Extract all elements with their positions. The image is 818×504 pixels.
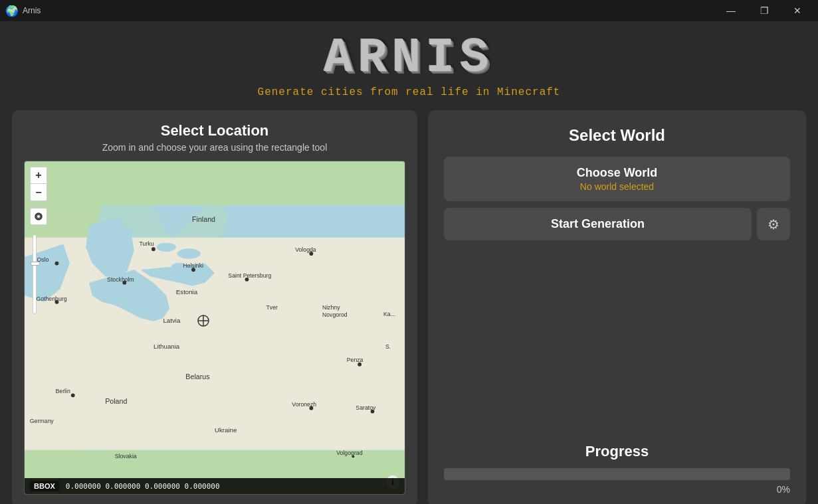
bbox-label: BBOX xyxy=(30,481,59,491)
no-world-selected-label: No world selected xyxy=(457,181,777,192)
left-panel: Select Location Zoom in and choose your … xyxy=(12,110,417,504)
svg-text:Lithuania: Lithuania xyxy=(153,343,180,350)
select-location-title: Select Location xyxy=(24,122,405,139)
svg-text:Gothenburg: Gothenburg xyxy=(36,295,66,302)
start-generation-row: Start Generation ⚙ xyxy=(444,208,790,240)
svg-text:Belarus: Belarus xyxy=(185,373,209,380)
svg-text:Voronezh: Voronezh xyxy=(292,401,316,408)
draw-tool-button[interactable] xyxy=(30,208,47,225)
app-tagline: Generate cities from real life in Minecr… xyxy=(0,86,818,98)
svg-point-1 xyxy=(177,248,201,259)
svg-text:Poland: Poland xyxy=(105,397,127,405)
svg-text:Finland: Finland xyxy=(192,216,215,224)
choose-world-button[interactable]: Choose World No world selected xyxy=(444,157,790,201)
svg-text:Slovakia: Slovakia xyxy=(115,453,137,460)
crosshair-icon xyxy=(195,313,211,329)
crosshair xyxy=(195,313,211,329)
select-location-subtitle: Zoom in and choose your area using the r… xyxy=(24,142,405,153)
title-bar: 🌍 Arnis — ❐ ✕ xyxy=(0,0,818,21)
svg-text:Saratov: Saratov xyxy=(356,404,376,411)
svg-text:Germany: Germany xyxy=(30,418,54,424)
svg-point-12 xyxy=(71,393,75,397)
app-title: Arnis xyxy=(23,6,41,15)
right-panel: Select World Choose World No world selec… xyxy=(428,110,806,504)
title-bar-controls: — ❐ ✕ xyxy=(716,0,813,21)
title-bar-left: 🌍 Arnis xyxy=(5,5,41,17)
minimize-button[interactable]: — xyxy=(716,0,746,21)
zoom-out-button[interactable]: − xyxy=(30,184,47,201)
select-world-title: Select World xyxy=(444,126,790,145)
svg-text:Helsinki: Helsinki xyxy=(183,262,203,269)
svg-text:Latvia: Latvia xyxy=(163,317,180,324)
app-icon: 🌍 xyxy=(5,5,19,17)
svg-text:Stockholm: Stockholm xyxy=(107,276,134,283)
svg-point-10 xyxy=(55,262,59,266)
map-svg: Finland Turku Oslo Helsinki Stockholm Sa… xyxy=(25,161,405,494)
svg-text:Turku: Turku xyxy=(140,240,154,247)
svg-text:Tver: Tver xyxy=(266,304,278,311)
slider-handle xyxy=(31,262,40,266)
bbox-coords: 0.000000 0.000000 0.000000 0.000000 xyxy=(66,482,220,491)
map-opacity-slider[interactable] xyxy=(33,234,37,314)
progress-bar-container xyxy=(444,468,790,480)
progress-title: Progress xyxy=(444,443,790,460)
svg-text:Saint Petersburg: Saint Petersburg xyxy=(228,272,271,279)
progress-percent: 0% xyxy=(444,484,790,495)
map-container[interactable]: Finland Turku Oslo Helsinki Stockholm Sa… xyxy=(24,161,405,495)
svg-point-44 xyxy=(37,215,40,218)
header: ARNIS Generate cities from real life in … xyxy=(0,21,818,110)
svg-text:Estonia: Estonia xyxy=(176,288,198,295)
close-button[interactable]: ✕ xyxy=(782,0,813,21)
choose-world-label: Choose World xyxy=(457,166,777,180)
spacer xyxy=(444,254,790,443)
map-controls: + − xyxy=(30,167,47,201)
draw-icon xyxy=(34,212,43,221)
svg-text:Vologda: Vologda xyxy=(295,246,316,253)
zoom-in-button[interactable]: + xyxy=(30,167,47,184)
settings-button[interactable]: ⚙ xyxy=(757,208,790,240)
bbox-bar: BBOX 0.000000 0.000000 0.000000 0.000000 xyxy=(25,478,405,494)
svg-text:Novgorod: Novgorod xyxy=(322,311,348,318)
main-content: Select Location Zoom in and choose your … xyxy=(0,110,818,504)
svg-text:Ka...: Ka... xyxy=(383,311,395,317)
start-generation-button[interactable]: Start Generation xyxy=(444,208,752,240)
svg-text:Nizhny: Nizhny xyxy=(322,304,340,311)
app-logo: ARNIS xyxy=(0,35,818,82)
svg-text:Penza: Penza xyxy=(347,357,363,363)
svg-text:Volgograd: Volgograd xyxy=(336,450,362,456)
svg-text:Berlin: Berlin xyxy=(56,388,70,394)
svg-point-5 xyxy=(152,247,155,251)
svg-text:Ukraine: Ukraine xyxy=(215,426,237,434)
restore-button[interactable]: ❐ xyxy=(749,0,779,21)
svg-point-4 xyxy=(157,243,176,252)
progress-section: Progress 0% xyxy=(444,443,790,495)
svg-text:S.: S. xyxy=(385,343,391,350)
